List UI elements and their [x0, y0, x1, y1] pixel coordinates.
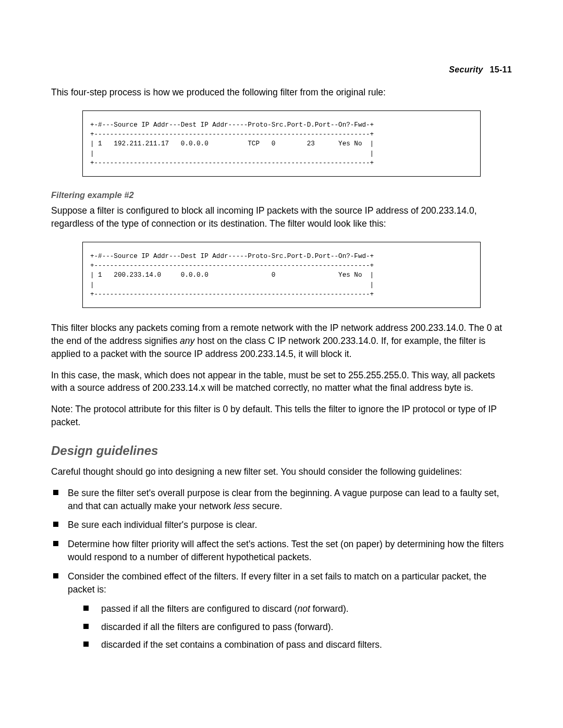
list-item: discarded if all the filters are configu…	[83, 621, 512, 634]
guidelines-intro: Careful thought should go into designing…	[51, 465, 512, 478]
explanation-paragraph-1: This filter blocks any packets coming fr…	[51, 322, 512, 361]
list-item: Determine how filter priority will affec…	[53, 538, 512, 564]
text-fragment: forward).	[310, 603, 349, 614]
emphasis-not: not	[297, 603, 310, 614]
filter-table-2: +-#---Source IP Addr---Dest IP Addr-----…	[82, 242, 481, 308]
list-item: Be sure the filter set's overall purpose…	[53, 487, 512, 513]
text-fragment: Consider the combined effect of the filt…	[68, 571, 486, 595]
text-fragment: secure.	[250, 501, 282, 511]
header-page-number: 15-11	[490, 65, 512, 74]
list-item: passed if all the filters are configured…	[83, 602, 512, 615]
filter-table-1: +-#---Source IP Addr---Dest IP Addr-----…	[82, 110, 481, 177]
guidelines-list: Be sure the filter set's overall purpose…	[53, 487, 512, 651]
text-fragment: Be sure the filter set's overall purpose…	[68, 488, 499, 511]
design-guidelines-heading: Design guidelines	[51, 443, 512, 458]
guidelines-sublist: passed if all the filters are configured…	[83, 602, 512, 652]
emphasis-any: any	[180, 336, 194, 346]
filtering-example-heading: Filtering example #2	[51, 190, 512, 200]
list-item: Be sure each individual filter's purpose…	[53, 519, 512, 532]
list-item: discarded if the set contains a combinat…	[83, 638, 512, 651]
page-header: Security 15-11	[51, 65, 512, 75]
header-section: Security	[449, 65, 483, 74]
text-fragment: passed if all the filters are configured…	[101, 603, 297, 614]
page-content: Security 15-11 This four-step process is…	[0, 0, 563, 689]
intro-paragraph: This four-step process is how we produce…	[51, 86, 512, 99]
note-paragraph: Note: The protocol attribute for this fi…	[51, 403, 512, 429]
explanation-paragraph-2: In this case, the mask, which does not a…	[51, 369, 512, 395]
emphasis-less: less	[234, 501, 250, 511]
list-item: Consider the combined effect of the filt…	[53, 570, 512, 651]
example-description: Suppose a filter is configured to block …	[51, 204, 512, 230]
